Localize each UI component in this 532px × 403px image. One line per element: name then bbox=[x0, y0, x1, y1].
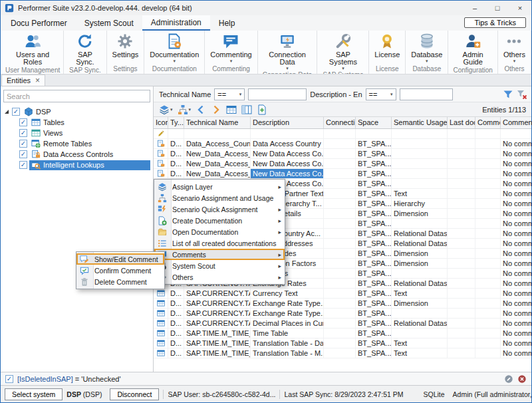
cell-comment1[interactable] bbox=[475, 249, 501, 258]
table-row[interactable]: D...SAP.CURRENCY.TAExchange Rate Type...… bbox=[154, 299, 531, 309]
expander-icon[interactable] bbox=[3, 110, 10, 114]
column-header-space[interactable]: Space bbox=[356, 117, 392, 128]
cell-semantic_usage[interactable]: Dimension bbox=[392, 209, 448, 218]
cell-last_doc[interactable] bbox=[448, 129, 475, 138]
data-access-controls-checkbox[interactable] bbox=[19, 150, 27, 158]
cell-icon[interactable] bbox=[154, 338, 168, 348]
cell-description[interactable]: Time Table bbox=[251, 329, 324, 338]
cell-icon[interactable] bbox=[154, 319, 168, 328]
menu-item-open-documentation[interactable]: Open Documentation▸ bbox=[154, 226, 285, 237]
cell-comment2[interactable]: No comm... bbox=[501, 299, 531, 308]
cell-comment1[interactable] bbox=[475, 219, 501, 228]
cell-last_doc[interactable] bbox=[448, 289, 475, 298]
cell-icon[interactable] bbox=[154, 289, 168, 298]
select-system-button[interactable]: Select system bbox=[5, 388, 63, 400]
cell-semantic_usage[interactable] bbox=[392, 129, 448, 138]
cell-comment2[interactable] bbox=[501, 129, 531, 138]
cell-semantic_usage[interactable]: Relational Dataset bbox=[392, 319, 448, 328]
cell-last_doc[interactable] bbox=[448, 229, 475, 238]
filter-input-description-en[interactable] bbox=[400, 88, 453, 100]
cell-technical_name[interactable]: SAP.CURRENCY.TA bbox=[184, 319, 251, 328]
cell-icon[interactable] bbox=[154, 309, 168, 318]
cell-comment2[interactable]: No comm... bbox=[501, 329, 531, 338]
cell-connection[interactable] bbox=[324, 159, 356, 168]
cell-semantic_usage[interactable]: Text bbox=[392, 348, 448, 358]
cell-comment1[interactable] bbox=[475, 129, 501, 138]
remote-tables-checkbox[interactable] bbox=[19, 140, 27, 148]
menu-tab-help[interactable]: Help bbox=[210, 15, 244, 31]
cell-last_doc[interactable] bbox=[448, 249, 475, 258]
filter-operator-description-en[interactable]: ==▾ bbox=[366, 88, 396, 100]
cell-comment1[interactable] bbox=[475, 319, 501, 328]
ribbon-button-sap-systems[interactable]: SAP Systems▾ bbox=[317, 31, 368, 70]
cell-connection[interactable] bbox=[324, 219, 356, 228]
cell-comment1[interactable] bbox=[475, 169, 501, 178]
cell-semantic_usage[interactable]: Text bbox=[392, 289, 448, 298]
cell-comment2[interactable]: No comm... bbox=[501, 209, 531, 218]
cell-description[interactable]: Translation Table - Day bbox=[251, 338, 324, 348]
cell-last_doc[interactable] bbox=[448, 239, 475, 248]
cell-icon[interactable] bbox=[154, 348, 168, 358]
cell-connection[interactable] bbox=[324, 209, 356, 218]
column-header-icon[interactable]: Icon bbox=[154, 117, 168, 128]
cell-comment2[interactable]: No comm... bbox=[501, 269, 531, 278]
cell-icon[interactable] bbox=[154, 149, 168, 158]
cell-description[interactable]: Exchange Rate Type... bbox=[251, 299, 324, 308]
tree-item-views[interactable]: Views bbox=[3, 128, 150, 138]
cell-semantic_usage[interactable]: Relational Dataset bbox=[392, 279, 448, 288]
cell-comment1[interactable] bbox=[475, 309, 501, 318]
cell-last_doc[interactable] bbox=[448, 338, 475, 348]
minimize-button[interactable]: – bbox=[464, 1, 486, 15]
cell-connection[interactable] bbox=[324, 289, 356, 298]
cell-technical_name[interactable]: SAP.CURRENCY.TA bbox=[184, 309, 251, 318]
cell-comment1[interactable] bbox=[475, 239, 501, 248]
cell-comment2[interactable]: No comm... bbox=[501, 338, 531, 348]
cell-connection[interactable] bbox=[324, 149, 356, 158]
cell-last_doc[interactable] bbox=[448, 259, 475, 268]
cell-description[interactable]: New Data Access Co... bbox=[251, 169, 324, 178]
column-header-commen[interactable]: Commen... bbox=[475, 117, 501, 128]
ribbon-button-admin-guide[interactable]: Admin Guide bbox=[448, 31, 497, 66]
cell-semantic_usage[interactable]: Relational Dataset bbox=[392, 229, 448, 238]
cell-technical_name[interactable]: SAP.TIME.M_TIME_ bbox=[184, 338, 251, 348]
maximize-button[interactable]: □ bbox=[486, 1, 509, 15]
cell-space[interactable]: BT_SPA... bbox=[356, 319, 392, 328]
disconnect-button[interactable]: Disconnect bbox=[110, 388, 159, 400]
tree-item-data-access-controls[interactable]: Data Access Controls bbox=[3, 149, 150, 160]
cell-semantic_usage[interactable] bbox=[392, 329, 448, 338]
cell-space[interactable]: BT_SPA... bbox=[356, 259, 392, 268]
cell-semantic_usage[interactable]: Dimension bbox=[392, 249, 448, 258]
cell-space[interactable]: BT_SPA... bbox=[356, 209, 392, 218]
tree-item-tables[interactable]: Tables bbox=[3, 117, 150, 128]
menu-tab-administration[interactable]: Administration bbox=[142, 15, 210, 31]
menu-item-assign-layer[interactable]: Assign Layer▸ bbox=[154, 181, 285, 192]
cell-last_doc[interactable] bbox=[448, 279, 475, 288]
close-button[interactable]: × bbox=[509, 1, 531, 15]
cell-space[interactable]: BT_SPA... bbox=[356, 139, 392, 148]
cell-space[interactable]: BT_SPA... bbox=[356, 299, 392, 308]
menu-item-show-edit-comment[interactable]: Show/Edit Comment bbox=[76, 253, 164, 265]
cell-comment1[interactable] bbox=[475, 279, 501, 288]
filter-funnel-icon[interactable] bbox=[503, 89, 513, 100]
cell-type[interactable]: D... bbox=[168, 319, 184, 328]
cell-type[interactable]: D... bbox=[168, 159, 184, 168]
cell-space[interactable]: BT_SPA... bbox=[356, 179, 392, 188]
cell-comment1[interactable] bbox=[475, 338, 501, 348]
cell-comment1[interactable] bbox=[475, 269, 501, 278]
menu-item-comments[interactable]: Comments▸ bbox=[154, 249, 285, 260]
menu-item-delete-comment[interactable]: Delete Comment bbox=[76, 276, 164, 287]
cell-space[interactable]: BT_SPA... bbox=[356, 309, 392, 318]
cell-semantic_usage[interactable] bbox=[392, 219, 448, 228]
cell-comment2[interactable]: No comm... bbox=[501, 139, 531, 148]
menu-item-create-documentation[interactable]: Create Documentation▸ bbox=[154, 215, 285, 226]
cell-space[interactable]: BT_SPA... bbox=[356, 159, 392, 168]
cell-connection[interactable] bbox=[324, 279, 356, 288]
cell-last_doc[interactable] bbox=[448, 269, 475, 278]
table-row[interactable]: D...SAP.TIME.M_TIME_Time TableBT_SPA...N… bbox=[154, 329, 531, 338]
menu-tab-docu-performer[interactable]: Docu Performer bbox=[2, 15, 76, 31]
cell-comment2[interactable]: No comm... bbox=[501, 199, 531, 208]
cell-comment2[interactable]: No comm... bbox=[501, 309, 531, 318]
cell-comment1[interactable] bbox=[475, 159, 501, 168]
menu-item-system-scout[interactable]: System Scout▸ bbox=[154, 260, 285, 271]
cell-technical_name[interactable] bbox=[184, 129, 251, 138]
